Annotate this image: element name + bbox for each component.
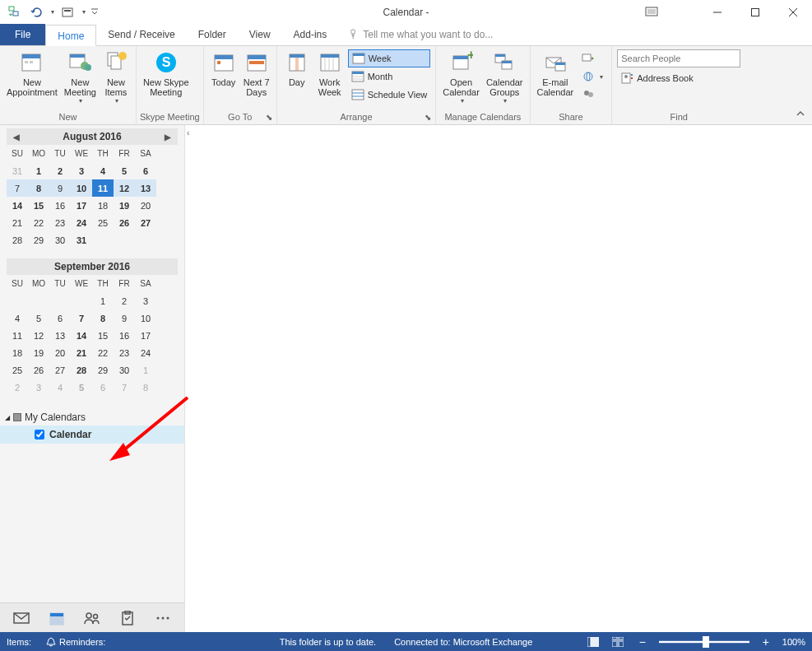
date-cell[interactable]: 31	[7, 162, 28, 179]
date-cell[interactable]: 29	[28, 231, 49, 249]
date-cell[interactable]: 7	[7, 179, 28, 197]
date-cell[interactable]: 5	[28, 309, 49, 327]
search-people-field[interactable]	[621, 53, 736, 63]
date-cell[interactable]: 2	[114, 292, 135, 309]
share-calendar-button[interactable]	[578, 49, 606, 67]
date-cell[interactable]: 20	[135, 197, 156, 214]
people-view-icon[interactable]	[82, 608, 101, 628]
date-cell[interactable]: 21	[7, 214, 28, 231]
date-cell[interactable]: 8	[135, 379, 156, 396]
date-cell[interactable]: 18	[7, 344, 28, 361]
mail-view-icon[interactable]	[12, 608, 30, 628]
date-cell[interactable]: 3	[28, 379, 49, 396]
more-views-icon[interactable]	[154, 608, 173, 628]
qat-send-receive-all-icon[interactable]	[5, 3, 25, 21]
date-cell[interactable]: 16	[49, 197, 71, 214]
date-cell[interactable]: 1	[135, 361, 156, 379]
date-cell[interactable]: 17	[135, 327, 156, 344]
date-cell[interactable]: 11	[92, 179, 114, 197]
work-week-button[interactable]: Work Week	[313, 48, 346, 99]
next7days-button[interactable]: Next 7 Days	[240, 48, 273, 99]
date-cell[interactable]: 5	[71, 379, 92, 396]
today-button[interactable]: Today	[207, 48, 240, 89]
date-cell[interactable]: 1	[28, 162, 49, 179]
week-view-button[interactable]: Week	[348, 49, 431, 67]
date-cell[interactable]: 13	[135, 179, 156, 197]
date-cell[interactable]: 2	[7, 379, 28, 396]
email-calendar-button[interactable]: E-mail Calendar	[534, 48, 578, 99]
date-cell[interactable]: 23	[114, 344, 135, 361]
date-cell[interactable]: 15	[28, 197, 49, 214]
date-cell[interactable]: 6	[49, 309, 71, 327]
date-cell[interactable]: 22	[28, 214, 49, 231]
date-cell[interactable]: 17	[71, 197, 92, 214]
prev-month-icon[interactable]: ◀	[10, 130, 23, 143]
date-cell[interactable]: 31	[71, 231, 92, 249]
date-cell[interactable]: 12	[28, 327, 49, 344]
touch-mode-icon[interactable]	[643, 3, 661, 21]
dialog-launcher-icon[interactable]: ⬊	[422, 111, 434, 123]
tab-send-receive[interactable]: Send / Receive	[96, 24, 186, 45]
date-cell[interactable]: 4	[49, 379, 71, 396]
tab-addins[interactable]: Add-ins	[282, 24, 339, 45]
date-cell[interactable]: 9	[114, 309, 135, 327]
next-month-icon[interactable]: ▶	[161, 130, 174, 143]
month-view-button[interactable]: Month	[348, 67, 431, 86]
reading-view-icon[interactable]	[610, 635, 626, 649]
date-cell[interactable]: 11	[7, 327, 28, 344]
date-cell[interactable]: 12	[114, 179, 135, 197]
status-reminders[interactable]: Reminders:	[46, 637, 105, 647]
date-cell[interactable]: 23	[49, 214, 71, 231]
date-cell[interactable]: 21	[71, 344, 92, 361]
zoom-in-icon[interactable]: +	[758, 635, 774, 649]
new-skype-meeting-button[interactable]: S New Skype Meeting	[140, 48, 193, 99]
new-meeting-button[interactable]: New Meeting ▾	[61, 48, 100, 106]
date-cell[interactable]: 6	[92, 379, 114, 396]
date-cell[interactable]: 7	[71, 309, 92, 327]
date-cell[interactable]: 10	[71, 179, 92, 197]
date-cell[interactable]: 29	[92, 361, 114, 379]
date-cell[interactable]: 8	[92, 309, 114, 327]
date-cell[interactable]: 15	[92, 327, 114, 344]
day-view-button[interactable]: Day	[281, 48, 313, 89]
calendar-checkbox[interactable]	[35, 430, 44, 439]
date-cell[interactable]: 13	[49, 327, 71, 344]
date-cell[interactable]: 1	[92, 292, 114, 309]
date-cell[interactable]: 5	[114, 162, 135, 179]
date-cell[interactable]: 18	[92, 197, 114, 214]
minimize-button[interactable]	[698, 0, 736, 24]
undo-icon[interactable]	[26, 3, 46, 21]
collapse-nav-icon[interactable]: ‹	[187, 128, 189, 137]
zoom-level[interactable]: 100%	[782, 637, 805, 647]
date-cell[interactable]: 6	[135, 162, 156, 179]
date-cell[interactable]: 25	[7, 361, 28, 379]
tab-view[interactable]: View	[238, 24, 282, 45]
date-cell[interactable]: 7	[114, 379, 135, 396]
date-cell[interactable]: 3	[71, 162, 92, 179]
date-cell[interactable]: 24	[71, 214, 92, 231]
tab-home[interactable]: Home	[45, 25, 96, 46]
date-cell[interactable]: 16	[114, 327, 135, 344]
new-items-button[interactable]: New Items ▾	[100, 48, 132, 106]
zoom-slider[interactable]	[659, 640, 749, 644]
date-cell[interactable]: 27	[135, 214, 156, 231]
tasks-view-icon[interactable]	[118, 608, 137, 628]
dialog-launcher-icon[interactable]: ⬊	[263, 111, 275, 123]
date-cell[interactable]: 26	[28, 361, 49, 379]
status-items[interactable]: Items:	[7, 637, 31, 647]
maximize-button[interactable]	[736, 0, 774, 24]
date-cell[interactable]: 9	[49, 179, 71, 197]
qat-customize-icon[interactable]	[89, 3, 100, 21]
collapse-ribbon-icon[interactable]	[796, 109, 805, 121]
tell-me-search[interactable]: Tell me what you want to do...	[348, 24, 493, 45]
date-cell[interactable]: 2	[49, 162, 71, 179]
calendar-view-icon[interactable]	[47, 608, 66, 628]
calendar-list-item[interactable]: Calendar	[0, 425, 184, 444]
date-cell[interactable]: 4	[92, 162, 114, 179]
calendar-groups-button[interactable]: Calendar Groups ▾	[483, 48, 527, 106]
qat-browse-dropdown-icon[interactable]: ▾	[79, 3, 87, 21]
date-cell[interactable]: 14	[71, 327, 92, 344]
date-cell[interactable]: 3	[135, 292, 156, 309]
date-cell[interactable]: 19	[114, 197, 135, 214]
date-cell[interactable]: 30	[49, 231, 71, 249]
